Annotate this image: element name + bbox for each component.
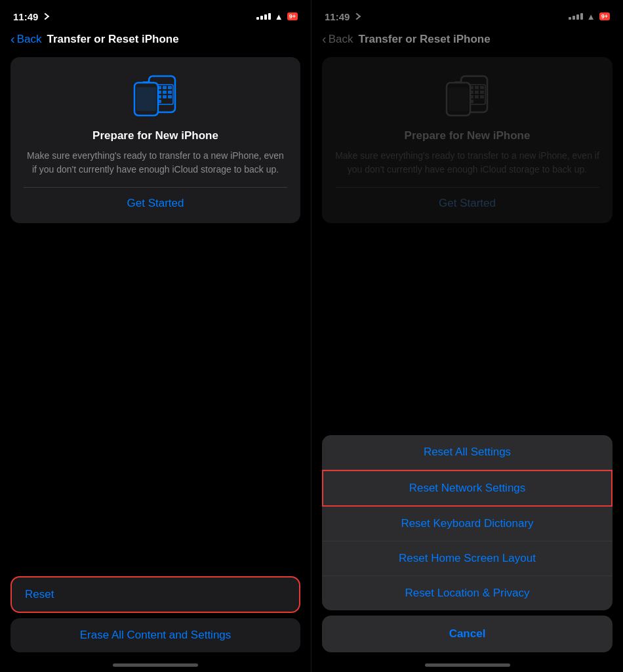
right-home-indicator [425, 663, 510, 667]
svg-rect-5 [168, 86, 172, 89]
signal-icon [256, 13, 271, 20]
cancel-button[interactable]: Cancel [322, 616, 613, 652]
left-status-time: 11:49 [13, 11, 48, 22]
left-prepare-card: Prepare for New iPhone Make sure everyth… [10, 57, 300, 223]
left-status-bar: 11:49 ▲ 9+ [0, 0, 311, 29]
svg-rect-27 [475, 91, 479, 94]
cancel-sheet: Cancel [322, 616, 613, 652]
left-home-indicator [113, 663, 198, 667]
left-nav-title: Transfer or Reset iPhone [47, 33, 300, 46]
reset-location-privacy-label: Reset Location & Privacy [405, 587, 530, 599]
left-nav-bar: ‹ Back Transfer or Reset iPhone [0, 29, 311, 52]
left-prepare-title: Prepare for New iPhone [92, 129, 218, 142]
left-prepare-desc: Make sure everything's ready to transfer… [24, 149, 287, 177]
right-status-icons: ▲ 9+ [569, 12, 610, 22]
svg-rect-37 [449, 87, 468, 111]
right-signal-icon [569, 13, 583, 20]
right-status-bar: 11:49 ▲ 9+ [312, 0, 623, 29]
left-reset-button[interactable]: Reset [25, 588, 286, 601]
right-get-started-button[interactable]: Get Started [439, 197, 496, 210]
left-get-started-button[interactable]: Get Started [127, 197, 184, 210]
left-phone-icons [129, 73, 182, 119]
left-erase-button[interactable]: Erase All Content and Settings [24, 629, 287, 642]
right-back-chevron-icon: ‹ [322, 32, 327, 47]
wifi-icon: ▲ [275, 12, 283, 22]
right-phone-icons [441, 73, 494, 119]
action-reset-network-settings[interactable]: Reset Network Settings [322, 470, 613, 507]
right-location-arrow-icon [353, 13, 361, 20]
left-back-label: Back [17, 33, 42, 46]
action-sheet-overlay: Reset All Settings Reset Network Setting… [322, 435, 613, 652]
right-wifi-icon: ▲ [587, 12, 595, 22]
right-prepare-title: Prepare for New iPhone [405, 129, 531, 142]
action-reset-keyboard-dictionary[interactable]: Reset Keyboard Dictionary [322, 507, 613, 541]
right-nav-title: Transfer or Reset iPhone [358, 33, 613, 46]
right-back-button[interactable]: ‹ Back [322, 32, 353, 47]
svg-rect-9 [168, 91, 172, 94]
svg-rect-24 [480, 86, 484, 89]
reset-all-settings-label: Reset All Settings [424, 446, 511, 458]
left-bottom-section: Reset Erase All Content and Settings [10, 576, 300, 652]
location-arrow-icon [41, 13, 49, 20]
reset-home-screen-label: Reset Home Screen Layout [399, 552, 536, 564]
left-card-divider [24, 187, 287, 188]
right-phones-svg [441, 73, 494, 119]
action-reset-home-screen[interactable]: Reset Home Screen Layout [322, 541, 613, 576]
right-card-divider [335, 187, 599, 188]
svg-rect-23 [475, 86, 479, 89]
left-status-icons: ▲ 9+ [256, 12, 298, 22]
svg-rect-36 [454, 81, 462, 83]
left-back-button[interactable]: ‹ Back [10, 32, 41, 47]
action-reset-location-privacy[interactable]: Reset Location & Privacy [322, 576, 613, 610]
left-phone-panel: 11:49 ▲ 9+ ‹ Back Transfer or Reset iPho… [0, 0, 312, 672]
right-back-label: Back [329, 33, 353, 46]
svg-rect-4 [163, 86, 167, 89]
left-erase-button-container[interactable]: Erase All Content and Settings [10, 618, 300, 652]
right-battery-badge: 9+ [599, 12, 610, 20]
svg-rect-13 [168, 95, 172, 98]
left-time-text: 11:49 [13, 11, 38, 22]
cancel-label: Cancel [449, 627, 486, 640]
svg-rect-12 [163, 95, 167, 98]
right-nav-bar: ‹ Back Transfer or Reset iPhone [312, 29, 623, 52]
right-prepare-card: Prepare for New iPhone Make sure everyth… [322, 57, 613, 223]
svg-rect-31 [475, 95, 479, 98]
left-reset-button-container[interactable]: Reset [10, 576, 300, 613]
right-status-time: 11:49 [325, 11, 359, 22]
svg-rect-17 [142, 81, 150, 83]
left-back-chevron-icon: ‹ [10, 32, 15, 47]
svg-rect-8 [163, 91, 167, 94]
svg-rect-32 [480, 95, 484, 98]
reset-keyboard-dictionary-label: Reset Keyboard Dictionary [401, 517, 533, 530]
svg-rect-18 [136, 87, 156, 111]
reset-network-settings-label: Reset Network Settings [409, 482, 526, 494]
svg-rect-28 [480, 91, 484, 94]
right-phone-panel: 11:49 ▲ 9+ ‹ Back Transfer or Reset iPho… [312, 0, 623, 672]
battery-badge: 9+ [287, 12, 298, 20]
action-sheet: Reset All Settings Reset Network Setting… [322, 435, 613, 610]
left-phones-svg [129, 73, 182, 119]
right-prepare-desc: Make sure everything's ready to transfer… [335, 149, 599, 177]
right-time-text: 11:49 [325, 11, 350, 22]
action-reset-all-settings[interactable]: Reset All Settings [322, 435, 613, 470]
